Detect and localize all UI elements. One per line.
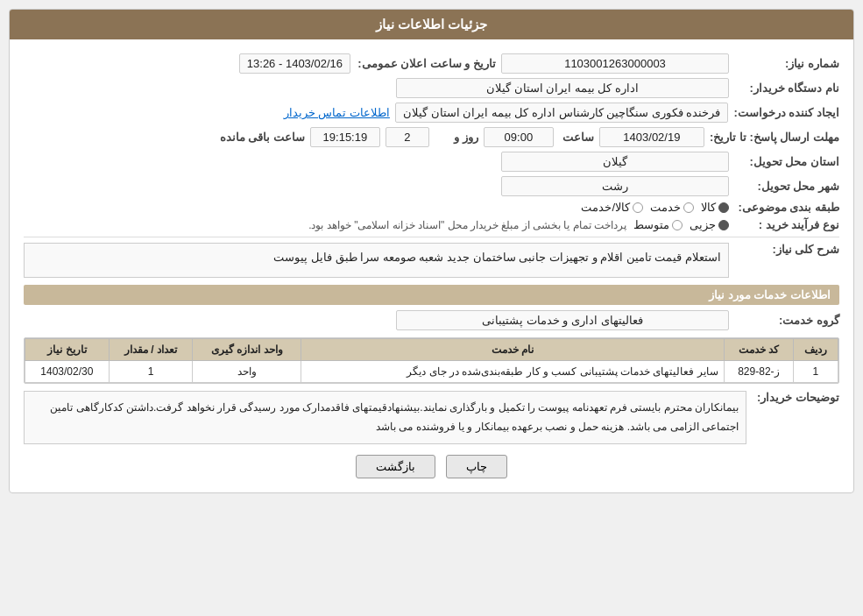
category-option-kala: کالا — [701, 201, 729, 214]
category-radio-khadamat — [683, 202, 694, 213]
purchase-option-jozei: جزیی — [690, 218, 729, 231]
cell-name: سایر فعالیتهای خدمات پشتیبانی کسب و کار … — [301, 361, 724, 383]
col-quantity: تعداد / مقدار — [109, 339, 193, 361]
creator-label: ایجاد کننده درخواست: — [733, 106, 839, 119]
cell-date: 1403/02/30 — [25, 361, 110, 383]
cell-unit: واحد — [193, 361, 301, 383]
back-button[interactable]: بازگشت — [356, 455, 435, 478]
category-options: کالا خدمت کالا/خدمت — [581, 201, 729, 214]
buyer-org-label: نام دستگاه خریدار: — [734, 81, 839, 95]
col-code: کد خدمت — [724, 339, 793, 361]
purchase-type-label: نوع فرآیند خرید : — [734, 218, 839, 231]
response-remaining-label: ساعت باقی مانده — [217, 131, 305, 144]
category-label: طبقه بندی موضوعی: — [734, 201, 839, 214]
response-days: 2 — [386, 127, 429, 147]
province-label: استان محل تحویل: — [734, 155, 839, 168]
col-name: نام خدمت — [301, 339, 724, 361]
services-table: ردیف کد خدمت نام خدمت واحد اندازه گیری ت… — [24, 337, 839, 384]
cell-row: 1 — [793, 361, 838, 383]
buyer-notes-box: بیمانکاران محترم بایستی فرم تعهدنامه پیو… — [24, 391, 746, 444]
need-description-label: شرح کلی نیاز: — [734, 243, 839, 256]
category-option-kala-khadamat: کالا/خدمت — [581, 201, 643, 214]
service-group-label: گروه خدمت: — [734, 314, 839, 327]
cell-quantity: 1 — [109, 361, 193, 383]
cell-code: ز-82-829 — [724, 361, 793, 383]
buyer-org-value: اداره کل بیمه ایران استان گیلان — [396, 78, 729, 98]
response-day-label: روز و — [435, 131, 478, 144]
purchase-note: پرداخت تمام یا بخشی از مبلغ خریدار محل "… — [308, 219, 626, 231]
table-row: 1 ز-82-829 سایر فعالیتهای خدمات پشتیبانی… — [25, 361, 838, 383]
city-value: رشت — [501, 176, 729, 196]
purchase-option-motavasset: متوسط — [633, 218, 683, 231]
need-number-value: 1103001263000003 — [501, 53, 729, 74]
purchase-radio-motavasset — [672, 220, 683, 230]
col-date: تاریخ نیاز — [25, 339, 110, 361]
need-description-box: استعلام قیمت تامین اقلام و تجهیزات جانبی… — [24, 243, 729, 278]
purchase-options: جزیی متوسط پرداخت تمام یا بخشی از مبلغ خ… — [308, 218, 729, 231]
category-radio-kala-khadamat — [633, 202, 643, 213]
buyer-notes-value: بیمانکاران محترم بایستی فرم تعهدنامه پیو… — [50, 401, 739, 433]
category-option-khadamat: خدمت — [650, 201, 694, 214]
response-time-label: ساعت — [559, 131, 594, 144]
print-button[interactable]: چاپ — [446, 455, 507, 478]
category-radio-kala — [718, 202, 729, 213]
announce-date-value: 1403/02/16 - 13:26 — [239, 53, 350, 74]
purchase-radio-jozei — [718, 220, 729, 230]
creator-value: فرخنده فکوری سنگاچین کارشناس اداره کل بی… — [395, 103, 729, 123]
need-description-value: استعلام قیمت تامین اقلام و تجهیزات جانبی… — [273, 251, 721, 264]
action-buttons: چاپ بازگشت — [24, 455, 839, 478]
col-row: ردیف — [793, 339, 838, 361]
province-value: گیلان — [501, 152, 729, 172]
response-deadline-label: مهلت ارسال پاسخ: تا تاریخ: — [710, 131, 839, 144]
announce-date-label: تاریخ و ساعت اعلان عمومی: — [356, 57, 496, 70]
response-remaining: 19:15:19 — [310, 127, 380, 147]
city-label: شهر محل تحویل: — [734, 180, 839, 193]
creator-link[interactable]: اطلاعات تماس خریدار — [284, 106, 390, 119]
page-title: جزئیات اطلاعات نیاز — [10, 10, 853, 39]
col-unit: واحد اندازه گیری — [193, 339, 301, 361]
response-date: 1403/02/19 — [599, 127, 704, 147]
need-number-label: شماره نیاز: — [734, 57, 839, 70]
services-section-title: اطلاعات خدمات مورد نیاز — [24, 285, 839, 305]
response-time: 09:00 — [484, 127, 554, 147]
buyer-notes-label: توضیحات خریدار: — [752, 391, 839, 404]
service-group-value: فعالیتهای اداری و خدمات پشتیبانی — [396, 310, 729, 330]
